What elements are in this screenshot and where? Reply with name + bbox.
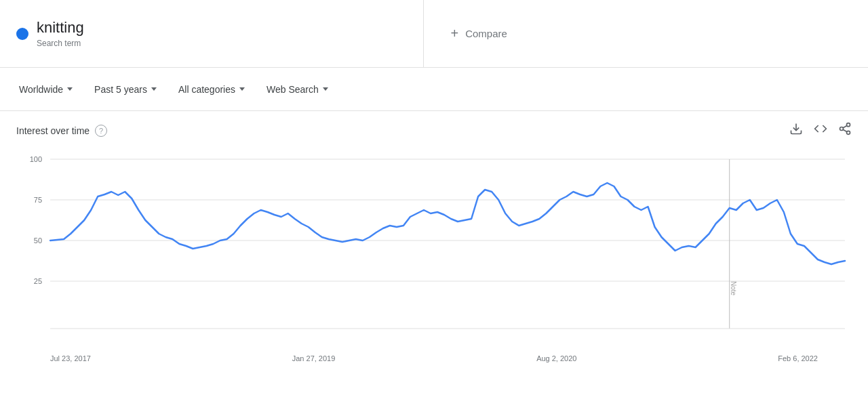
chart-header: Interest over time ? [16, 122, 852, 139]
search-term-section: knitting Search term [0, 0, 424, 67]
category-label: All categories [178, 84, 235, 95]
svg-text:50: 50 [34, 236, 42, 245]
time-range-label: Past 5 years [94, 84, 147, 95]
svg-text:25: 25 [34, 277, 42, 285]
chart-area: 100 75 50 25 Note [16, 146, 852, 349]
x-label-4: Feb 6, 2022 [778, 354, 818, 362]
compare-plus-icon: + [451, 26, 459, 41]
location-chevron-icon [67, 87, 73, 91]
search-type-filter[interactable]: Web Search [258, 79, 336, 100]
compare-section[interactable]: + Compare [424, 0, 869, 67]
chart-actions [789, 122, 852, 139]
interest-chart: 100 75 50 25 Note [16, 146, 852, 349]
svg-text:Note: Note [730, 281, 737, 296]
svg-point-2 [840, 127, 844, 131]
term-info: knitting Search term [37, 19, 84, 49]
svg-line-5 [843, 125, 847, 127]
term-type: Search term [37, 39, 81, 48]
svg-line-4 [843, 129, 847, 131]
search-type-chevron-icon [323, 87, 328, 91]
chart-title: Interest over time [16, 125, 90, 136]
filters-bar: Worldwide Past 5 years All categories We… [0, 68, 868, 111]
search-type-label: Web Search [267, 84, 319, 95]
x-label-2: Jan 27, 2019 [292, 354, 336, 362]
chart-container: Interest over time ? [0, 111, 868, 368]
x-axis-labels: Jul 23, 2017 Jan 27, 2019 Aug 2, 2020 Fe… [16, 349, 852, 362]
time-range-filter[interactable]: Past 5 years [86, 79, 165, 100]
term-dot [16, 28, 28, 40]
svg-text:100: 100 [30, 155, 42, 163]
search-term: knitting [37, 19, 84, 37]
help-icon[interactable]: ? [95, 125, 107, 137]
svg-point-1 [847, 123, 850, 127]
location-label: Worldwide [19, 84, 63, 95]
download-icon[interactable] [789, 122, 803, 139]
header: knitting Search term + Compare [0, 0, 868, 68]
category-chevron-icon [239, 87, 245, 91]
time-range-chevron-icon [151, 87, 157, 91]
compare-label: Compare [465, 28, 507, 39]
x-label-1: Jul 23, 2017 [50, 354, 91, 362]
x-label-3: Aug 2, 2020 [536, 354, 576, 362]
category-filter[interactable]: All categories [170, 79, 253, 100]
svg-point-3 [847, 131, 850, 134]
svg-text:75: 75 [34, 196, 42, 204]
chart-title-row: Interest over time ? [16, 125, 107, 137]
share-icon[interactable] [838, 122, 852, 139]
location-filter[interactable]: Worldwide [11, 79, 81, 100]
embed-icon[interactable] [814, 122, 827, 139]
